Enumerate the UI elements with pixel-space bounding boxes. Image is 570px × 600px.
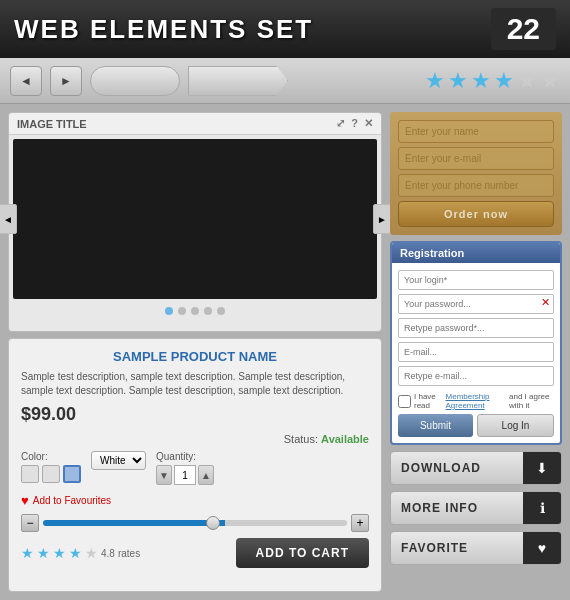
header-number: 22	[491, 8, 556, 50]
password-row: ✕	[398, 293, 554, 317]
slideshow-body: ◄ ►	[13, 139, 377, 299]
membership-link[interactable]: Membership Agreement	[446, 392, 507, 410]
slideshow: IMAGE TITLE ⤢ ? ✕ ◄ ►	[8, 112, 382, 332]
favourites-label: Add to Favourites	[33, 495, 111, 506]
registration-panel: Registration ✕ I have read Membership Ag…	[390, 241, 562, 445]
quantity-option: Quantity: ▼ ▲	[156, 451, 214, 485]
add-to-cart-button[interactable]: ADD TO CART	[236, 538, 369, 568]
fullscreen-icon[interactable]: ⤢	[336, 117, 345, 130]
bottom-star-2: ★	[37, 545, 50, 561]
dot-2[interactable]	[178, 307, 186, 315]
slideshow-title-bar: IMAGE TITLE ⤢ ? ✕	[9, 113, 381, 135]
favorite-label: FAVORITE	[391, 541, 523, 555]
prev-button[interactable]: ◄	[10, 66, 42, 96]
parchment-form: Order now	[390, 112, 562, 235]
swatch-3[interactable]	[63, 465, 81, 483]
help-icon[interactable]: ?	[351, 117, 358, 130]
navbar: ◄ ► ★ ★ ★ ★ ★ ★	[0, 58, 570, 104]
slideshow-controls: ⤢ ? ✕	[336, 117, 373, 130]
star-2: ★	[448, 68, 468, 94]
right-panel: Order now Registration ✕ I have read Mem…	[390, 112, 562, 592]
main-content: IMAGE TITLE ⤢ ? ✕ ◄ ► SAMPLE PRODU	[0, 104, 570, 600]
quantity-stepper: ▼ ▲	[156, 465, 214, 485]
download-button[interactable]: DOWNLOAD ⬇	[390, 451, 562, 485]
color-select-group: White Black Red	[91, 451, 146, 470]
submit-button[interactable]: Submit	[398, 414, 473, 437]
favorite-button[interactable]: FAVORITE ♥	[390, 531, 562, 565]
login-input[interactable]	[398, 270, 554, 290]
download-icon: ⬇	[523, 451, 561, 485]
favourites-link[interactable]: ♥ Add to Favourites	[21, 493, 369, 508]
email-input[interactable]	[398, 147, 554, 170]
nav-arrow-btn[interactable]	[188, 66, 288, 96]
password-input[interactable]	[398, 294, 554, 314]
rating-stars: ★ ★ ★ ★ ★ ★	[425, 68, 560, 94]
name-input[interactable]	[398, 120, 554, 143]
rating-label: rates	[118, 548, 140, 559]
nav-pill-1[interactable]	[90, 66, 180, 96]
agree-row: I have read Membership Agreement and I a…	[398, 392, 554, 410]
product-options: Color: White Black Red Quantity:	[21, 451, 369, 485]
retype-email-input[interactable]	[398, 366, 554, 386]
agree-checkbox[interactable]	[398, 395, 411, 408]
bottom-star-4: ★	[69, 545, 82, 561]
reg-email-input[interactable]	[398, 342, 554, 362]
product-name: SAMPLE PRODUCT NAME	[21, 349, 369, 364]
status-value: Available	[321, 433, 369, 445]
more-info-label: MORE INFO	[391, 501, 523, 515]
more-info-button[interactable]: MORE INFO ℹ	[390, 491, 562, 525]
product-description: Sample test description, sample text des…	[21, 370, 369, 398]
quantity-label: Quantity:	[156, 451, 214, 462]
login-button[interactable]: Log In	[477, 414, 554, 437]
color-swatches	[21, 465, 81, 483]
star-4: ★	[494, 68, 514, 94]
heart-icon: ♥	[21, 493, 29, 508]
swatch-2[interactable]	[42, 465, 60, 483]
rating-value: 4.8	[101, 548, 115, 559]
reg-buttons: Submit Log In	[398, 414, 554, 437]
next-button[interactable]: ►	[50, 66, 82, 96]
order-button[interactable]: Order now	[398, 201, 554, 227]
header: WEB ELEMENTS SET 22	[0, 0, 570, 58]
slider-plus-button[interactable]: +	[351, 514, 369, 532]
star-5: ★	[517, 68, 537, 94]
bottom-rating: ★ ★ ★ ★ ★ 4.8 rates	[21, 545, 140, 561]
agree-text: I have read	[414, 392, 443, 410]
close-icon[interactable]: ✕	[364, 117, 373, 130]
slide-prev-button[interactable]: ◄	[0, 204, 17, 234]
color-option: Color:	[21, 451, 81, 483]
star-3: ★	[471, 68, 491, 94]
slide-next-button[interactable]: ►	[373, 204, 391, 234]
color-select[interactable]: White Black Red	[91, 451, 146, 470]
product-panel: SAMPLE PRODUCT NAME Sample test descript…	[8, 338, 382, 592]
product-status: Status: Available	[21, 433, 369, 445]
quantity-input[interactable]	[174, 465, 196, 485]
download-label: DOWNLOAD	[391, 461, 523, 475]
bottom-star-3: ★	[53, 545, 66, 561]
color-label: Color:	[21, 451, 81, 462]
info-icon: ℹ	[523, 491, 561, 525]
qty-plus-button[interactable]: ▲	[198, 465, 214, 485]
bottom-star-5: ★	[85, 545, 98, 561]
slider-track[interactable]	[43, 520, 347, 526]
star-6: ★	[540, 68, 560, 94]
bottom-star-1: ★	[21, 545, 34, 561]
heart-fav-icon: ♥	[523, 531, 561, 565]
retype-password-input[interactable]	[398, 318, 554, 338]
slider-row: − +	[21, 514, 369, 532]
left-panel: IMAGE TITLE ⤢ ? ✕ ◄ ► SAMPLE PRODU	[8, 112, 382, 592]
registration-title: Registration	[392, 243, 560, 263]
swatch-1[interactable]	[21, 465, 39, 483]
error-icon: ✕	[541, 296, 550, 309]
slideshow-dots	[9, 303, 381, 319]
phone-input[interactable]	[398, 174, 554, 197]
dot-5[interactable]	[217, 307, 225, 315]
dot-1[interactable]	[165, 307, 173, 315]
star-1: ★	[425, 68, 445, 94]
slideshow-title: IMAGE TITLE	[17, 118, 87, 130]
slider-thumb[interactable]	[206, 516, 220, 530]
qty-minus-button[interactable]: ▼	[156, 465, 172, 485]
dot-4[interactable]	[204, 307, 212, 315]
slider-minus-button[interactable]: −	[21, 514, 39, 532]
dot-3[interactable]	[191, 307, 199, 315]
